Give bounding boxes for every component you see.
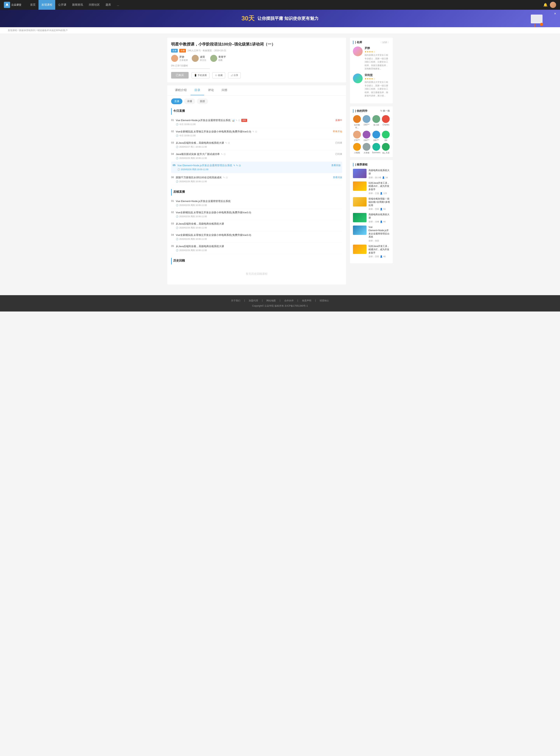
classmate-avatar [372,143,380,151]
classmate-name: Charles [382,124,390,126]
lesson-title: 从Java后端到全栈，高级电商全栈系统大课 [176,222,342,225]
footer-link-about[interactable]: 关于我们 [231,299,240,302]
download-icon[interactable]: ⊡ [226,176,228,179]
classmate-item: 1567** [362,115,371,129]
recommend-item[interactable]: 玩转Java开发工具，精通JUC，成为开发多面手 讲师：王磊 👤 123 [353,181,390,195]
nav-item-home[interactable]: 首页 [27,0,39,10]
course-actions: 已购买 📱 手机观看 ☆ 收藏 ⊿ 分享 [171,72,342,79]
lesson-status[interactable]: 查看回放 [331,176,342,179]
edit-icon[interactable]: ✎ [221,153,223,156]
lesson-status[interactable]: 即将开始 [331,130,342,133]
classmate-avatar [353,143,361,151]
edit2-icon[interactable]: ✎ [236,164,238,167]
edit-icon[interactable]: ✎ [223,176,225,179]
nav-item-news[interactable]: 新闻资讯 [69,0,86,10]
classmate-name: 化学教书... [353,124,361,129]
rec-thumb [353,225,366,235]
teacher-name-3: 青青平 [218,55,226,59]
refresh-classmates-button[interactable]: ↻ 换一换 [380,109,390,113]
breadcrumb-link-discover[interactable]: 发现课程 [8,29,17,32]
download-icon[interactable]: ⊡ [239,164,241,167]
teacher-role-2: 班主任 [200,59,206,62]
tab-comments[interactable]: 评论 [204,85,218,95]
rec-info: 高级电商全线系统大课 讲师：张小锋 👤 34 [368,169,390,179]
section-title-history: 历史回顾 [171,258,342,264]
svg-point-3 [540,23,543,26]
lesson-title: Vue Element+Node.js开发企业通用管理后台系统 [176,199,342,203]
purchased-button[interactable]: 已购买 [171,72,188,79]
nav-item-problems[interactable]: 题库 [103,0,114,10]
edit-icon[interactable]: ✎ [233,164,235,167]
breadcrumb-link-series[interactable]: 新媒体营销系列 [19,29,35,32]
nav-item-open[interactable]: 公开课 [55,0,69,10]
teacher-item-2: 凌荷 班主任 [192,55,206,62]
lesson-info: 跟随千万级项目从0到100全过程高效成长 ✎ ⊡ 🕐2020/02/26 周四 … [176,176,331,183]
teachers-pagination[interactable]: 〈 1/10 〉 [379,41,390,44]
teacher-card-name-2: 宋利坚 [365,74,390,77]
teacher-stars-2: ★★★★☆ [365,77,390,80]
nav-right: 🔔 [543,2,556,8]
sidebar-classmates: | 你的同学 ↻ 换一换 化学教书... 1567** 张小田 [350,106,393,157]
download-icon[interactable]: ⊡ [228,142,230,144]
download-icon[interactable]: ⊡ [224,153,225,156]
course-title: 明星中教授课，小学阶段语法100分–强化级第1讲动词（一） [171,42,342,47]
classmate-name: 1567** [362,139,371,141]
footer-link-disclaimer[interactable]: 免责声明 [302,299,311,302]
lesson-icons: ✎ ⊡ [221,153,225,156]
tab-intro[interactable]: 课程介绍 [171,85,191,95]
teacher-item-3: 青青平 助教 [210,55,226,62]
footer-link-sitemap[interactable]: 网站地图 [266,299,276,302]
tab-qa[interactable]: 问答 [218,85,232,95]
teacher-card-desc-1: 国内某重点大学安全工程专业硕士，国家一级注册消防工程师、注册安全工程师、高级注册… [365,54,390,71]
recommend-item[interactable]: Vue Element+Node.js开发企业通用管理后台系统 讲师：张田 [353,225,390,242]
banner-close[interactable]: × [554,12,556,16]
nav-item-qa[interactable]: 问答社区 [86,0,103,10]
edit-icon[interactable]: ✎ [225,142,227,144]
footer-link-agent[interactable]: 加盟代理 [249,299,258,302]
nav-item-discover[interactable]: 发现课程 [39,0,55,10]
rec-info: Vue Element+Node.js开发企业通用管理后台系统 讲师：张田 [368,225,390,242]
edit-icon[interactable]: ✎ [236,119,237,122]
collect-button[interactable]: ☆ 收藏 [212,72,225,78]
lesson-item: 06 跟随千万级项目从0到100全过程高效成长 ✎ ⊡ 🕐2020/02/26 … [171,174,342,185]
edit-icon[interactable]: ✎ [253,130,254,133]
rec-meta: 讲师：张小锋 👤 34 [368,176,390,179]
lesson-time: 🕐2020/02/26 周四 10:00-11:00 [176,215,342,218]
download-icon[interactable]: ⊡ [238,119,240,122]
lesson-info: Vue全家桶实战 从零独立开发企业级小米电商系统(免费升级Vue3.0) 🕐20… [176,233,342,240]
course-meta: 246人已学习 · 有效期至：2019-10-21 [187,49,226,52]
teacher-card-2: 宋利坚 ★★★★☆ 国内某重点大学安全工程专业硕士，国家一级注册消防工程师、注册… [353,74,390,98]
lesson-num: 03 [171,141,176,144]
lesson-status[interactable]: 直播中 [333,119,342,122]
notification-bell[interactable]: 🔔 [543,3,547,7]
lesson-info: Java项目面试实操 提升大厂面试成功率 ✎ ⊡ 🕐2020/02/26 周四 … [176,153,333,160]
teacher-detail-2: 宋利坚 ★★★★☆ 国内某重点大学安全工程专业硕士，国家一级注册消防工程师、注册… [365,74,390,98]
sub-tab-live[interactable]: 直播 [171,98,182,104]
footer-link-recruit[interactable]: 招贤纳士 [320,299,329,302]
recommend-item[interactable]: 玩转Java开发工具，精通JUC，成为开发多面手 讲师：岱田 👤 46 [353,245,390,258]
nav-logo[interactable]: 云朵课堂 [4,2,21,8]
sub-tab-recording[interactable]: 录播 [184,98,195,104]
recommend-item[interactable]: 高级电商全线系统大课 讲师：冷峰 👤 40 [353,213,390,223]
classmate-name: qq_天涯 [382,152,390,154]
tag-recording: 录播 [179,49,186,53]
footer-link-partner[interactable]: 合作伙伴 [284,299,294,302]
sub-tab-face[interactable]: 面授 [197,98,208,104]
nav-item-more[interactable]: ... [114,0,122,10]
download-icon[interactable]: ⊡ [255,130,257,133]
tab-catalog[interactable]: 目录 [191,85,204,95]
recommend-item[interactable]: 高级电商全线系统大课 讲师：张小锋 👤 34 [353,169,390,179]
recommend-item[interactable]: 前端全栈加强版！前端全栈+全周期+多维应用 讲师：岱田 👤 56 [353,197,390,211]
mobile-watch-button[interactable]: 📱 手机观看 [192,72,209,78]
nav: 云朵课堂 首页 发现课程 公开课 新闻资讯 问答社区 题库 ... 🔔 [0,0,560,10]
share-button[interactable]: ⊿ 分享 [228,72,241,78]
classmate-name: Summers [372,152,380,154]
lesson-status[interactable]: 查看回放 [329,164,341,167]
content-right: | 名师 〈 1/10 〉 罗静 ★★★★☆ 国内某重点大学安全工程专业硕士，国… [350,38,393,287]
rec-info: 前端全栈加强版！前端全栈+全周期+多维应用 讲师：岱田 👤 56 [368,197,390,211]
lesson-num: 05 [171,245,176,247]
teacher-avatar-sidebar-1 [353,46,363,56]
user-avatar[interactable] [550,2,556,8]
lesson-time: 🕐今日 10:00-11:00 [176,123,333,126]
classmate-avatar [363,143,371,151]
